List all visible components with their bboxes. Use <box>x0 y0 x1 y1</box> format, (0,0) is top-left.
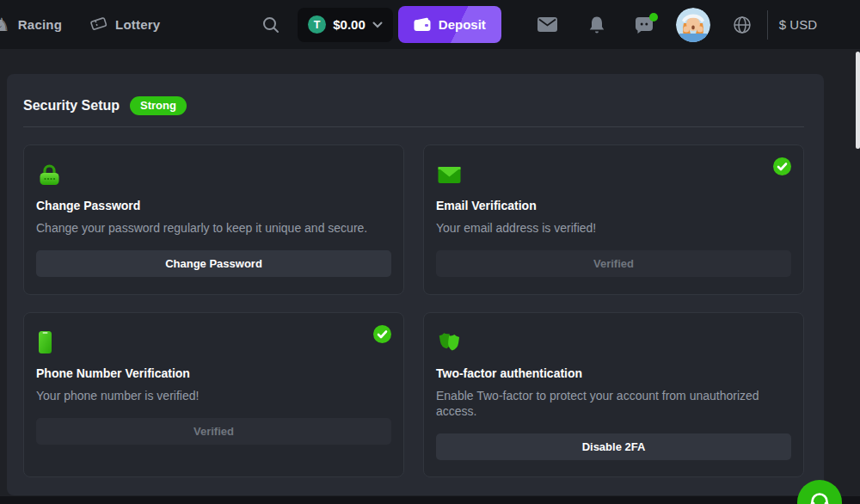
scrollbar-thumb[interactable] <box>856 52 860 149</box>
horse-icon: ♞ <box>0 15 10 34</box>
deposit-button[interactable]: Deposit <box>398 6 501 43</box>
chat-unread-dot <box>649 13 658 22</box>
security-strength-badge: Strong <box>130 96 187 115</box>
card-two-factor: Two-factor authentication Enable Two-fac… <box>423 312 804 477</box>
wallet-balance-dropdown[interactable]: T $0.00 <box>298 8 393 42</box>
card-description: Enable Two-factor to protect your accoun… <box>436 388 791 419</box>
header-divider <box>23 126 804 127</box>
currency-selector[interactable]: $ USD <box>779 17 817 32</box>
shield-icon <box>438 330 791 354</box>
card-description: Change your password regularly to keep i… <box>36 220 391 236</box>
card-title: Phone Number Verification <box>36 366 391 380</box>
nav-item-label: Racing <box>18 17 62 32</box>
phone-icon <box>38 330 391 354</box>
change-password-button[interactable]: Change Password <box>36 250 391 277</box>
card-change-password: Change Password Change your password reg… <box>23 144 404 295</box>
lock-icon <box>38 163 391 187</box>
nav-item-racing[interactable]: ♞ Racing <box>0 15 62 34</box>
page-bottom-strip <box>0 496 860 504</box>
nav-item-label: Lottery <box>115 17 160 32</box>
top-nav: ♞ Racing Lottery T $0.00 Depo <box>0 0 860 49</box>
wallet-icon <box>414 17 431 32</box>
card-title: Email Verification <box>436 199 791 212</box>
card-phone-verification: Phone Number Verification Your phone num… <box>23 312 404 477</box>
language-globe-icon[interactable] <box>733 15 752 34</box>
svg-text:T: T <box>314 19 321 31</box>
user-avatar[interactable] <box>676 8 710 42</box>
wallet-balance: $0.00 <box>333 17 366 32</box>
phone-verified-button[interactable]: Verified <box>36 418 391 445</box>
email-verified-button[interactable]: Verified <box>436 250 791 277</box>
nav-item-lottery[interactable]: Lottery <box>89 15 160 35</box>
headset-icon <box>808 491 831 504</box>
verified-check-icon <box>773 157 791 179</box>
card-description: Your email address is verified! <box>436 220 791 236</box>
deposit-label: Deposit <box>439 17 486 32</box>
chat-icon[interactable] <box>635 15 654 34</box>
security-cards-grid: Change Password Change your password reg… <box>23 144 804 477</box>
card-title: Change Password <box>36 199 391 212</box>
page-title: Security Setup <box>23 98 120 114</box>
nav-divider <box>767 10 768 40</box>
tether-coin-icon: T <box>308 15 326 34</box>
mail-icon[interactable] <box>538 17 557 32</box>
card-description: Your phone number is verified! <box>36 388 391 403</box>
disable-2fa-button[interactable]: Disable 2FA <box>436 433 791 460</box>
ticket-icon <box>89 15 108 35</box>
app-window: ♞ Racing Lottery T $0.00 Depo <box>0 0 860 504</box>
search-icon[interactable] <box>261 15 280 34</box>
verified-check-icon <box>373 325 391 347</box>
chevron-down-icon <box>372 22 383 28</box>
notifications-bell-icon[interactable] <box>588 15 605 34</box>
envelope-icon <box>438 163 791 187</box>
panel-header: Security Setup Strong <box>23 96 804 115</box>
security-setup-panel: Security Setup Strong Change Password Ch… <box>7 74 824 495</box>
card-email-verification: Email Verification Your email address is… <box>423 144 804 295</box>
card-title: Two-factor authentication <box>436 366 791 380</box>
